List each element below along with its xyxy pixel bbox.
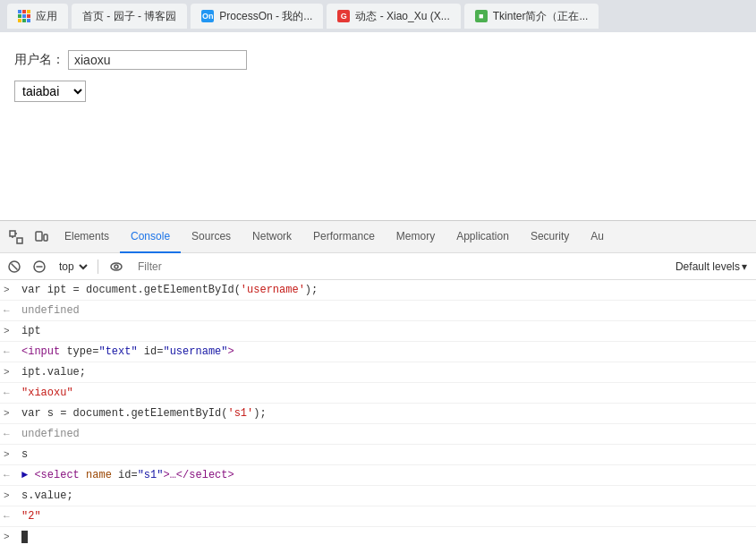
return-arrow-8: ← bbox=[0, 425, 18, 443]
cursor-content bbox=[18, 528, 756, 546]
console-line-3: > ipt bbox=[0, 321, 756, 342]
svg-rect-9 bbox=[10, 231, 15, 236]
console-line-6: ← "xiaoxu" bbox=[0, 383, 756, 404]
tab-au[interactable]: Au bbox=[580, 221, 615, 253]
svg-rect-8 bbox=[27, 19, 30, 22]
svg-rect-14 bbox=[44, 234, 47, 241]
tab-3-label: 动态 - Xiao_Xu (X... bbox=[355, 9, 449, 24]
console-line-11: > s.value; bbox=[0, 486, 756, 506]
tab-2[interactable]: On ProcessOn - 我的... bbox=[191, 4, 323, 29]
svg-rect-0 bbox=[18, 10, 21, 13]
console-line-3-content: ipt bbox=[18, 322, 756, 340]
svg-rect-6 bbox=[18, 19, 21, 22]
tab-1[interactable]: 首页 - 园子 - 博客园 bbox=[72, 4, 187, 29]
svg-rect-4 bbox=[22, 14, 26, 18]
return-arrow-2: ← bbox=[0, 302, 18, 319]
devtools-tabs: Elements Console Sources Network Perform… bbox=[0, 221, 756, 253]
tab-performance[interactable]: Performance bbox=[302, 221, 386, 253]
return-arrow-10: ← bbox=[0, 466, 18, 484]
processon-icon: On bbox=[201, 10, 214, 22]
block-requests-btn[interactable] bbox=[29, 256, 50, 277]
svg-point-19 bbox=[111, 263, 122, 270]
input-arrow-5: > bbox=[0, 363, 18, 381]
eye-icon[interactable] bbox=[106, 256, 127, 277]
tab-network[interactable]: Network bbox=[242, 221, 302, 253]
console-line-12-content: "2" bbox=[18, 507, 756, 525]
tab-security[interactable]: Security bbox=[520, 221, 580, 253]
chevron-down-icon: ▾ bbox=[742, 260, 747, 273]
console-cursor bbox=[21, 531, 28, 543]
svg-rect-5 bbox=[27, 14, 30, 18]
username-input[interactable] bbox=[68, 50, 247, 70]
svg-rect-13 bbox=[36, 232, 42, 241]
tab-sources[interactable]: Sources bbox=[181, 221, 242, 253]
clear-console-btn[interactable] bbox=[4, 256, 25, 277]
console-line-1-content: var ipt = document.getElementById('usern… bbox=[18, 281, 756, 299]
inspect-element-icon[interactable] bbox=[4, 225, 29, 250]
tab-apps[interactable]: 应用 bbox=[7, 4, 68, 29]
return-arrow-6: ← bbox=[0, 384, 18, 402]
tab-4-label: Tkinter简介（正在... bbox=[493, 9, 589, 24]
devtools-panel: Elements Console Sources Network Perform… bbox=[0, 220, 756, 553]
console-line-2-content: undefined bbox=[18, 302, 756, 319]
tab-4[interactable]: ■ Tkinter简介（正在... bbox=[464, 4, 599, 29]
console-line-9: > s bbox=[0, 445, 756, 465]
select-dropdown[interactable]: taiabai bbox=[14, 81, 86, 102]
input-arrow-7: > bbox=[0, 404, 18, 422]
default-levels-label: Default levels bbox=[675, 260, 740, 273]
context-select[interactable]: top bbox=[54, 259, 90, 274]
svg-rect-1 bbox=[22, 10, 26, 13]
input-arrow-1: > bbox=[0, 281, 18, 299]
console-line-4: ← <input type="text" id="username"> bbox=[0, 342, 756, 362]
g-icon: G bbox=[337, 10, 350, 22]
toolbar-separator bbox=[98, 259, 98, 274]
console-line-5: > ipt.value; bbox=[0, 362, 756, 383]
input-arrow-3: > bbox=[0, 322, 18, 340]
return-arrow-4: ← bbox=[0, 343, 18, 361]
console-line-4-content: <input type="text" id="username"> bbox=[18, 343, 756, 361]
browser-tabs: 应用 首页 - 园子 - 博客园 On ProcessOn - 我的... G … bbox=[0, 0, 756, 32]
select-row: taiabai bbox=[14, 81, 742, 102]
svg-rect-7 bbox=[22, 19, 26, 22]
input-arrow-11: > bbox=[0, 487, 18, 505]
tab-console[interactable]: Console bbox=[120, 221, 181, 253]
console-line-12: ← "2" bbox=[0, 506, 756, 527]
console-line-11-content: s.value; bbox=[18, 487, 756, 505]
svg-rect-3 bbox=[18, 14, 21, 18]
tab-memory[interactable]: Memory bbox=[386, 221, 446, 253]
console-line-2: ← undefined bbox=[0, 301, 756, 321]
filter-input[interactable] bbox=[131, 260, 667, 273]
tab-application[interactable]: Application bbox=[446, 221, 520, 253]
svg-rect-2 bbox=[27, 10, 30, 13]
console-line-5-content: ipt.value; bbox=[18, 363, 756, 381]
console-line-8: ← undefined bbox=[0, 424, 756, 445]
cursor-arrow: > bbox=[0, 528, 18, 546]
tkinter-icon: ■ bbox=[475, 10, 488, 22]
console-line-6-content: "xiaoxu" bbox=[18, 384, 756, 402]
username-row: 用户名： bbox=[14, 50, 742, 70]
console-line-1: > var ipt = document.getElementById('use… bbox=[0, 280, 756, 301]
device-toolbar-icon[interactable] bbox=[29, 225, 54, 250]
console-line-7: > var s = document.getElementById('s1'); bbox=[0, 404, 756, 424]
console-cursor-line: > bbox=[0, 527, 756, 547]
console-toolbar: top Default levels ▾ bbox=[0, 253, 756, 280]
page-content: 用户名： taiabai bbox=[0, 32, 756, 220]
apps-icon bbox=[18, 10, 30, 22]
tab-1-label: 首页 - 园子 - 博客园 bbox=[82, 9, 176, 24]
svg-rect-10 bbox=[17, 238, 22, 243]
username-label: 用户名： bbox=[14, 52, 64, 68]
console-output[interactable]: > var ipt = document.getElementById('use… bbox=[0, 280, 756, 553]
svg-line-16 bbox=[12, 263, 18, 269]
console-line-9-content: s bbox=[18, 446, 756, 464]
svg-point-20 bbox=[115, 265, 118, 268]
input-arrow-9: > bbox=[0, 446, 18, 464]
default-levels-btn[interactable]: Default levels ▾ bbox=[670, 260, 752, 273]
console-line-8-content: undefined bbox=[18, 425, 756, 443]
tab-apps-label: 应用 bbox=[36, 9, 57, 24]
console-line-10: ← ► <select name id="s1">…</select> bbox=[0, 465, 756, 486]
tab-3[interactable]: G 动态 - Xiao_Xu (X... bbox=[327, 4, 460, 29]
tab-2-label: ProcessOn - 我的... bbox=[219, 9, 312, 24]
console-line-10-content: ► <select name id="s1">…</select> bbox=[18, 466, 756, 484]
return-arrow-12: ← bbox=[0, 507, 18, 525]
tab-elements[interactable]: Elements bbox=[54, 221, 120, 253]
